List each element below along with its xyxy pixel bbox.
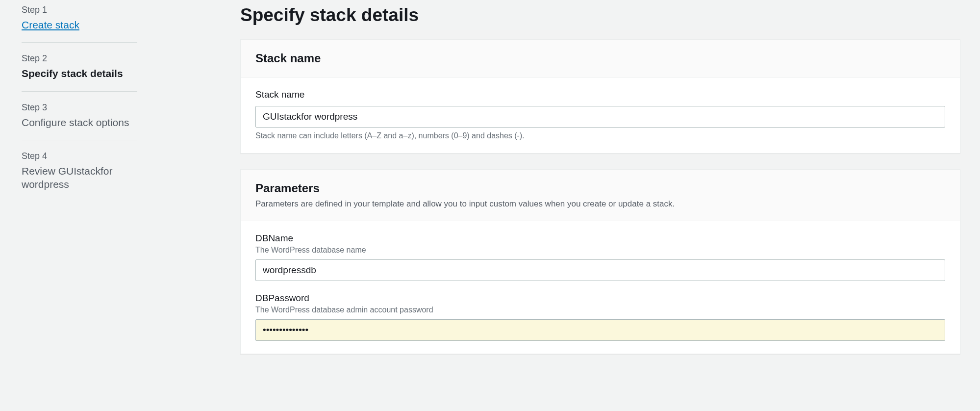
step-2[interactable]: Step 2 Specify stack details: [22, 43, 137, 91]
step-2-num: Step 2: [22, 53, 137, 64]
dbpassword-input[interactable]: [255, 319, 945, 341]
dbname-field: DBName The WordPress database name: [255, 233, 945, 281]
step-1[interactable]: Step 1 Create stack: [22, 5, 137, 43]
parameters-panel-header: Parameters Parameters are defined in you…: [241, 170, 960, 221]
stack-name-field: Stack name Stack name can include letter…: [255, 89, 945, 140]
stack-name-panel-body: Stack name Stack name can include letter…: [241, 77, 960, 153]
page-title: Specify stack details: [240, 5, 960, 26]
dbname-label: DBName: [255, 233, 945, 244]
stack-name-panel: Stack name Stack name Stack name can inc…: [240, 39, 960, 154]
parameters-header-text: Parameters: [255, 181, 945, 195]
parameters-panel-body: DBName The WordPress database name DBPas…: [241, 221, 960, 354]
step-2-title: Specify stack details: [22, 67, 137, 80]
dbpassword-label: DBPassword: [255, 293, 945, 304]
stack-name-input[interactable]: [255, 106, 945, 128]
dbpassword-desc: The WordPress database admin account pas…: [255, 306, 945, 314]
parameters-panel: Parameters Parameters are defined in you…: [240, 169, 960, 354]
step-4-title: Review GUIstackfor wordpress: [22, 164, 137, 191]
step-1-num: Step 1: [22, 5, 137, 15]
stack-name-label: Stack name: [255, 89, 945, 100]
step-3[interactable]: Step 3 Configure stack options: [22, 92, 137, 140]
stack-name-header-text: Stack name: [255, 51, 945, 65]
step-3-title: Configure stack options: [22, 116, 137, 129]
stack-name-panel-header: Stack name: [241, 40, 960, 77]
main-content: Specify stack details Stack name Stack n…: [181, 0, 980, 411]
parameters-subtext: Parameters are defined in your template …: [255, 199, 945, 209]
wizard-steps-sidebar: Step 1 Create stack Step 2 Specify stack…: [0, 0, 181, 411]
stack-name-hint: Stack name can include letters (A–Z and …: [255, 131, 945, 140]
step-4[interactable]: Step 4 Review GUIstackfor wordpress: [22, 140, 137, 202]
dbname-desc: The WordPress database name: [255, 246, 945, 255]
step-3-num: Step 3: [22, 103, 137, 113]
dbpassword-field: DBPassword The WordPress database admin …: [255, 293, 945, 341]
step-4-num: Step 4: [22, 151, 137, 161]
step-1-title[interactable]: Create stack: [22, 18, 137, 31]
dbname-input[interactable]: [255, 259, 945, 281]
